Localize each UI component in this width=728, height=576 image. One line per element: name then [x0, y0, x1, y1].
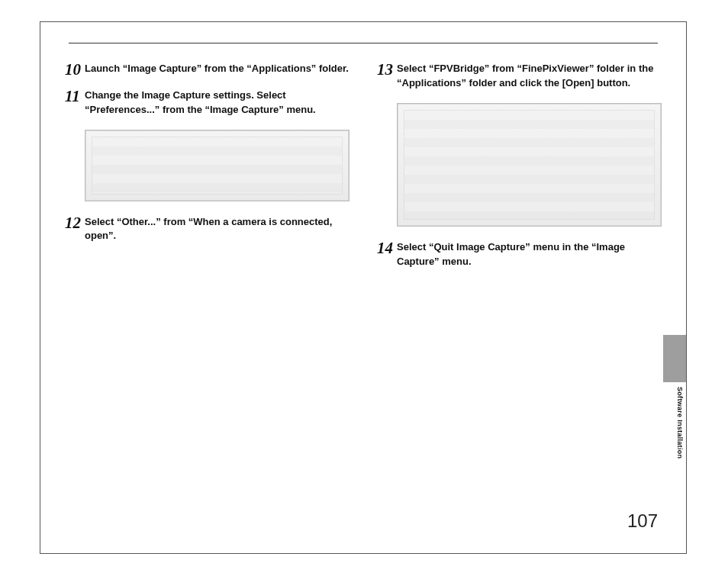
step-13: 13 Select “FPVBridge” from “FinePixViewe… — [377, 62, 662, 91]
step-text: Change the Image Capture settings. Selec… — [85, 88, 350, 117]
left-column: 10 Launch “Image Capture” from the “Appl… — [65, 62, 350, 496]
step-text: Select “FPVBridge” from “FinePixViewer” … — [397, 62, 662, 91]
two-column-layout: 10 Launch “Image Capture” from the “Appl… — [65, 62, 662, 496]
step-11: 11 Change the Image Capture settings. Se… — [65, 88, 350, 117]
figure-open-dialog — [397, 103, 662, 227]
step-text: Launch “Image Capture” from the “Applica… — [85, 62, 350, 76]
step-10: 10 Launch “Image Capture” from the “Appl… — [65, 62, 350, 76]
step-text: Select “Quit Image Capture” menu in the … — [397, 240, 662, 269]
step-number: 12 — [65, 215, 85, 231]
section-side-label: Software Installation — [676, 387, 684, 459]
step-number: 10 — [65, 62, 85, 78]
page-number: 107 — [627, 510, 658, 532]
step-number: 14 — [377, 240, 397, 256]
figure-image-capture-menu — [85, 130, 350, 201]
step-number: 11 — [65, 88, 85, 105]
right-column: 13 Select “FPVBridge” from “FinePixViewe… — [377, 62, 662, 496]
section-thumb-tab — [663, 335, 686, 382]
step-12: 12 Select “Other...” from “When a camera… — [65, 215, 350, 244]
step-14: 14 Select “Quit Image Capture” menu in t… — [377, 240, 662, 269]
step-number: 13 — [377, 62, 397, 78]
top-rule — [69, 43, 658, 43]
page-frame: 10 Launch “Image Capture” from the “Appl… — [40, 21, 687, 554]
step-text: Select “Other...” from “When a camera is… — [85, 215, 350, 244]
